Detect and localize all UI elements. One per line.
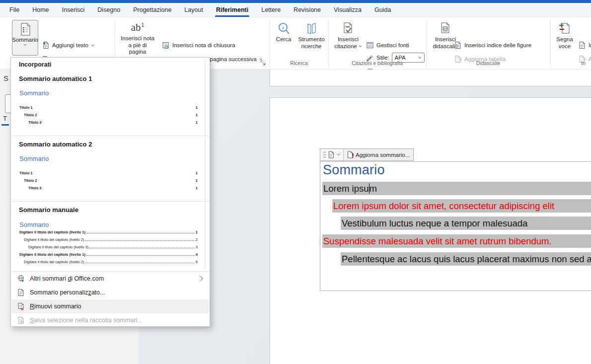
navigation-tab-active-underline bbox=[1, 124, 9, 126]
menu-item-more-tocs-office[interactable]: Altri sommari di Office.com bbox=[11, 272, 209, 286]
toc-big-icon bbox=[19, 22, 32, 36]
ribbon-tab-bar: File Home Inserisci Disegno Progettazion… bbox=[0, 3, 591, 17]
preview-page: 1 bbox=[196, 120, 198, 125]
tab-guida[interactable]: Guida bbox=[368, 3, 397, 17]
chevron-down-icon bbox=[337, 153, 340, 156]
chevron-down-icon bbox=[91, 44, 94, 47]
toc-entry-level1[interactable]: Suspendisse malesuada velit sit amet rut… bbox=[322, 234, 591, 248]
search-button[interactable]: Cerca bbox=[273, 20, 295, 56]
navigation-tab-partial[interactable]: T bbox=[3, 115, 7, 122]
gallery-separator bbox=[11, 136, 209, 136]
preview-entry: Digitare il titolo del capitolo (livello… bbox=[19, 260, 84, 264]
toc-entry-text: m bbox=[369, 183, 377, 194]
researcher-button[interactable]: Strumento ricerche bbox=[296, 20, 327, 56]
tab-inserisci[interactable]: Inserisci bbox=[56, 3, 91, 17]
tab-riferimenti[interactable]: Riferimenti bbox=[210, 3, 255, 17]
remove-toc-icon bbox=[17, 302, 25, 310]
update-toc-small-icon bbox=[347, 151, 354, 158]
preview-page: 5 bbox=[196, 260, 198, 264]
builtin-section-header: Incorporati bbox=[19, 61, 51, 68]
dialog-launcher-icon[interactable] bbox=[260, 60, 266, 66]
tab-home[interactable]: Home bbox=[26, 3, 55, 17]
toc-entry-text: Lorem ipsu bbox=[323, 183, 369, 194]
researcher-books-icon bbox=[305, 22, 318, 36]
tab-layout[interactable]: Layout bbox=[178, 3, 210, 17]
insert-endnote-button[interactable]: Inserisci nota di chiusura bbox=[162, 40, 235, 51]
tab-file[interactable]: File bbox=[3, 3, 26, 17]
menu-label: Sommario personaliz bbox=[30, 289, 88, 296]
preview-heading: Sommario bbox=[19, 89, 49, 97]
menu-label: Altri sommari bbox=[30, 275, 68, 282]
toc-gallery-button[interactable]: Sommario bbox=[12, 20, 38, 56]
researcher-label-1: Strumento bbox=[298, 36, 324, 43]
manage-sources-label: Gestisci fonti bbox=[376, 42, 409, 48]
toc-entry-level1[interactable]: Lorem ipsum bbox=[322, 182, 591, 195]
preview-heading: Sommario bbox=[19, 155, 49, 162]
group-label-citations: Citazioni e bibliografia bbox=[328, 60, 426, 66]
insert-endnote-label: Inserisci nota di chiusura bbox=[172, 42, 235, 48]
add-text-button[interactable]: Aggiungi testo bbox=[42, 40, 94, 51]
toc-entry-level2[interactable]: Lorem ipsum dolor sit amet, consectetur … bbox=[332, 199, 591, 213]
custom-toc-document-icon bbox=[17, 289, 25, 296]
insert-index-button-partial[interactable]: In bbox=[578, 40, 591, 51]
menu-label: i Office.com bbox=[71, 275, 104, 282]
save-to-gallery-icon bbox=[17, 316, 25, 324]
preview-entry: Digitare il titolo del capitolo (livello… bbox=[19, 252, 85, 257]
gallery-scrollbar[interactable] bbox=[205, 59, 206, 270]
tab-disegno[interactable]: Disegno bbox=[91, 3, 127, 17]
insert-table-of-figures-label: Inserisci indice delle figure bbox=[464, 42, 531, 48]
word-window: File Home Inserisci Disegno Progettazion… bbox=[0, 0, 591, 364]
gallery-title: Sommario automatico 2 bbox=[19, 141, 92, 148]
preview-entry: Titolo 3 bbox=[19, 186, 42, 190]
toc-entry-level3[interactable]: Pellentesque ac lacus quis lacus placera… bbox=[341, 252, 591, 266]
toc-entry-level3[interactable]: Vestibulum luctus neque a tempor malesua… bbox=[341, 217, 591, 230]
preview-page: 2 bbox=[196, 237, 198, 242]
menu-label: alva selezione nella raccolta sommari... bbox=[34, 317, 142, 324]
insert-citation-label-1: Inserisci bbox=[338, 36, 359, 43]
researcher-label-2: ricerche bbox=[301, 43, 322, 50]
menu-item-save-selection[interactable]: Salva selezione nella raccolta sommari..… bbox=[11, 313, 209, 327]
toc-entry-text: Vestibulum luctus neque a tempor malesua… bbox=[342, 218, 527, 229]
menu-item-custom-toc[interactable]: Sommario personalizzato... bbox=[11, 286, 209, 299]
insert-citation-label-2: citazione bbox=[334, 43, 357, 50]
menu-item-remove-toc[interactable]: Rimuovi sommario bbox=[11, 299, 209, 313]
insert-endnote-icon bbox=[162, 41, 170, 49]
insert-footnote-button[interactable]: ab1 Inserisci nota a piè di pagina bbox=[120, 20, 155, 56]
add-text-icon bbox=[42, 41, 50, 49]
tab-revisione[interactable]: Revisione bbox=[287, 3, 327, 17]
update-toc-inline-label: Aggiorna sommario... bbox=[356, 152, 410, 158]
chevron-down-icon bbox=[418, 57, 422, 59]
toc-control-handle[interactable] bbox=[320, 149, 344, 160]
search-label: Cerca bbox=[276, 36, 292, 43]
toc-document-icon bbox=[328, 151, 335, 158]
tab-progettazione[interactable]: Progettazione bbox=[127, 3, 178, 17]
tab-lettere[interactable]: Lettere bbox=[255, 3, 287, 17]
toc-dropdown-menu: Incorporati Sommario automatico 1 Sommar… bbox=[10, 57, 210, 327]
grip-dots-icon bbox=[323, 151, 326, 158]
mark-entry-icon bbox=[558, 22, 571, 36]
menu-label-key: R bbox=[30, 303, 34, 310]
toc-title: Sommario bbox=[323, 162, 385, 178]
preview-page: 1 bbox=[196, 178, 198, 183]
manage-sources-button[interactable]: Gestisci fonti bbox=[366, 40, 409, 51]
insert-citation-button[interactable]: Inserisci citazione bbox=[332, 20, 364, 56]
group-label-research: Ricerca bbox=[270, 60, 328, 66]
toc-content-control-toolbar: Aggiorna sommario... bbox=[320, 148, 414, 161]
insert-caption-icon bbox=[439, 22, 452, 36]
preview-page: 1 bbox=[196, 186, 198, 190]
mark-entry-button[interactable]: Segna voce bbox=[553, 20, 576, 56]
search-icon bbox=[277, 22, 290, 36]
preview-entry: Titolo 1 bbox=[19, 171, 33, 175]
preview-page: 4 bbox=[196, 252, 198, 257]
insert-table-of-figures-button[interactable]: Inserisci indice delle figure bbox=[454, 40, 531, 51]
preview-entry: Titolo 2 bbox=[19, 178, 37, 183]
update-toc-inline-button[interactable]: Aggiorna sommario... bbox=[344, 149, 413, 160]
submenu-chevron-right-icon bbox=[200, 276, 203, 281]
navigation-pane-title-partial: S bbox=[3, 74, 8, 82]
insert-citation-icon bbox=[342, 22, 355, 36]
mark-entry-label-2: voce bbox=[559, 43, 571, 50]
preview-page: 1 bbox=[196, 230, 198, 234]
preview-entry: Digitare il titolo del capitolo (livello… bbox=[19, 230, 85, 234]
preview-heading: Sommario bbox=[19, 221, 49, 228]
tab-visualizza[interactable]: Visualizza bbox=[327, 3, 368, 17]
